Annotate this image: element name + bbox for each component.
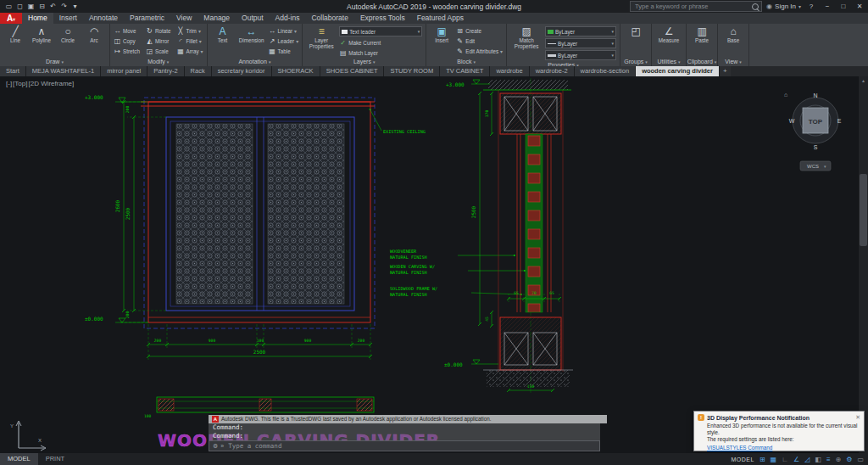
ribbon-tab-collaborate[interactable]: Collaborate xyxy=(305,13,353,24)
viewcube-home-icon[interactable]: ⌂ xyxy=(784,92,787,98)
ribbon-tab-output[interactable]: Output xyxy=(236,13,270,24)
dimension-button[interactable]: ↔Dimension xyxy=(237,25,266,43)
rotate-button[interactable]: ↻Rotate xyxy=(146,25,171,36)
lineweight-dropdown[interactable]: ByLayer▾ xyxy=(545,50,616,60)
move-button[interactable]: ↔Move xyxy=(114,25,140,36)
layer-dropdown[interactable]: Text leader ▾ xyxy=(339,26,422,36)
wcs-dropdown[interactable]: WCS xyxy=(807,164,819,169)
group-button[interactable]: ◰ xyxy=(624,25,648,37)
panel-label-modify[interactable]: Modify▾ xyxy=(110,58,207,66)
lineweight-icon[interactable]: ≡ xyxy=(826,456,831,463)
help-search-box[interactable] xyxy=(630,1,762,12)
panel-label-groups[interactable]: Groups▾ xyxy=(620,58,651,66)
notification-close-icon[interactable]: ✕ xyxy=(855,414,860,421)
object-color-dropdown[interactable]: ByLayer▾ xyxy=(545,26,616,36)
command-customize-icon[interactable]: ⚙ xyxy=(213,443,218,450)
text-button[interactable]: AText xyxy=(211,25,235,43)
polar-tracking-icon[interactable]: ∠ xyxy=(793,456,799,463)
model-tab[interactable]: MODEL xyxy=(0,453,38,465)
file-tab[interactable]: Rack xyxy=(185,66,212,76)
new-tab-button[interactable]: + xyxy=(720,66,731,76)
edit-attributes-button[interactable]: ✎Edit Attributes▾ xyxy=(456,46,503,56)
leader-button[interactable]: ↗Leader▾ xyxy=(269,36,299,46)
plot-icon[interactable]: ⊟ xyxy=(38,3,46,10)
layer-properties-button[interactable]: ≡Layer Properties xyxy=(306,25,337,49)
base-view-button[interactable]: ⌂Base xyxy=(721,25,745,43)
save-icon[interactable]: ▣ xyxy=(27,3,35,10)
command-line[interactable]: ⚙ » xyxy=(209,440,600,451)
array-button[interactable]: ▦Array▾ xyxy=(177,46,203,56)
panel-label-layers[interactable]: Layers▾ xyxy=(303,58,426,66)
file-tab-start[interactable]: Start xyxy=(0,66,26,76)
drawing-canvas[interactable]: [-] [Top] [2D Wireframe] xyxy=(0,76,868,453)
file-tab[interactable]: SHOES CABINET xyxy=(320,66,385,76)
file-tab[interactable]: MEJA WASHTAFEL-1 xyxy=(26,66,101,76)
search-icon[interactable] xyxy=(752,3,759,10)
fillet-button[interactable]: ◜Fillet▾ xyxy=(177,36,203,46)
app-menu-button[interactable]: A▾ xyxy=(0,13,22,24)
viewcube-north[interactable]: N xyxy=(813,92,817,98)
arc-button[interactable]: ◠Arc xyxy=(82,25,106,43)
file-tab[interactable]: wardrobe-section xyxy=(575,66,637,76)
help-icon[interactable]: ? xyxy=(805,3,817,10)
trim-button[interactable]: ╳Trim▾ xyxy=(177,25,203,36)
ribbon-tab-insert[interactable]: Insert xyxy=(53,13,83,24)
viewcube-south[interactable]: S xyxy=(814,144,818,150)
file-tab[interactable]: wardrobe xyxy=(490,66,529,76)
linear-button[interactable]: ↔Linear▾ xyxy=(269,25,299,36)
visual-style-button[interactable]: [2D Wireframe] xyxy=(28,80,74,87)
viewcube-top-face[interactable]: TOP xyxy=(809,118,823,126)
ribbon-tab-view[interactable]: View xyxy=(170,13,198,24)
vertical-scrollbar[interactable]: ▴ ▾ xyxy=(858,76,868,453)
undo-icon[interactable]: ↶ xyxy=(49,3,57,10)
polyline-button[interactable]: ∧Polyline xyxy=(30,25,53,43)
linetype-dropdown[interactable]: ByLayer▾ xyxy=(545,38,616,48)
panel-label-block[interactable]: Block▾ xyxy=(426,58,506,66)
isodraft-icon[interactable]: ◧ xyxy=(815,456,821,463)
sign-in-button[interactable]: ◉ Sign In ▾ xyxy=(766,3,801,10)
file-tab[interactable]: SHOERACK xyxy=(272,66,320,76)
edit-block-button[interactable]: ✎Edit xyxy=(456,36,503,46)
scale-button[interactable]: ◲Scale xyxy=(146,46,171,56)
snap-icon[interactable]: ▦ xyxy=(771,456,777,463)
copy-button[interactable]: ◫Copy xyxy=(114,36,140,46)
ortho-icon[interactable]: ∟ xyxy=(782,456,788,463)
maximize-button[interactable]: □ xyxy=(837,3,849,10)
viewcube[interactable]: TOP N S W E ⌂ WCS ▾ xyxy=(784,92,842,171)
view-control-button[interactable]: [Top] xyxy=(13,80,27,87)
command-input[interactable] xyxy=(226,441,596,451)
make-current-button[interactable]: ✓Make Current xyxy=(339,37,422,48)
viewport-menu-button[interactable]: [-] xyxy=(6,80,12,87)
mirror-button[interactable]: ◭Mirror xyxy=(146,36,171,46)
insert-button[interactable]: ▣Insert xyxy=(430,25,453,43)
file-tab[interactable]: secretary koridor xyxy=(212,66,272,76)
file-tab[interactable]: mirror panel xyxy=(101,66,147,76)
paste-button[interactable]: ▥Paste xyxy=(690,25,714,43)
file-tab[interactable]: Pantry-2 xyxy=(147,66,184,76)
panel-label-draw[interactable]: Draw▾ xyxy=(0,58,109,66)
search-input[interactable] xyxy=(633,2,750,11)
open-file-icon[interactable]: ◻ xyxy=(16,3,24,10)
grid-icon[interactable]: ⊞ xyxy=(760,456,765,463)
ribbon-tab-express-tools[interactable]: Express Tools xyxy=(354,13,411,24)
panel-label-utilities[interactable]: Utilities▾ xyxy=(652,58,686,66)
ribbon-tab-home[interactable]: Home xyxy=(22,13,53,24)
file-tab[interactable]: TV CABINET xyxy=(440,66,490,76)
scroll-up-icon[interactable]: ▴ xyxy=(859,76,868,85)
model-space-button[interactable]: MODEL xyxy=(731,457,754,462)
file-tab[interactable]: STUDY ROOM xyxy=(384,66,440,76)
ribbon-tab-annotate[interactable]: Annotate xyxy=(83,13,124,24)
redo-icon[interactable]: ↷ xyxy=(60,3,68,10)
scrollbar-thumb[interactable] xyxy=(860,174,867,246)
match-layer-button[interactable]: ▤Match Layer xyxy=(339,48,422,58)
close-button[interactable]: ✕ xyxy=(854,3,865,10)
visualstyles-link[interactable]: VISUALSTYLES Command xyxy=(707,445,772,451)
new-file-icon[interactable]: ▭ xyxy=(5,3,13,10)
minimize-button[interactable]: − xyxy=(821,3,833,10)
ribbon-tab-featured-apps[interactable]: Featured Apps xyxy=(411,13,470,24)
line-button[interactable]: ╱Line xyxy=(3,25,27,43)
qat-customize-icon[interactable]: ▾ xyxy=(71,3,79,10)
circle-button[interactable]: ○Circle xyxy=(56,25,80,43)
ribbon-tab-addins[interactable]: Add-ins xyxy=(270,13,306,24)
panel-label-view[interactable]: View▾ xyxy=(718,58,748,66)
